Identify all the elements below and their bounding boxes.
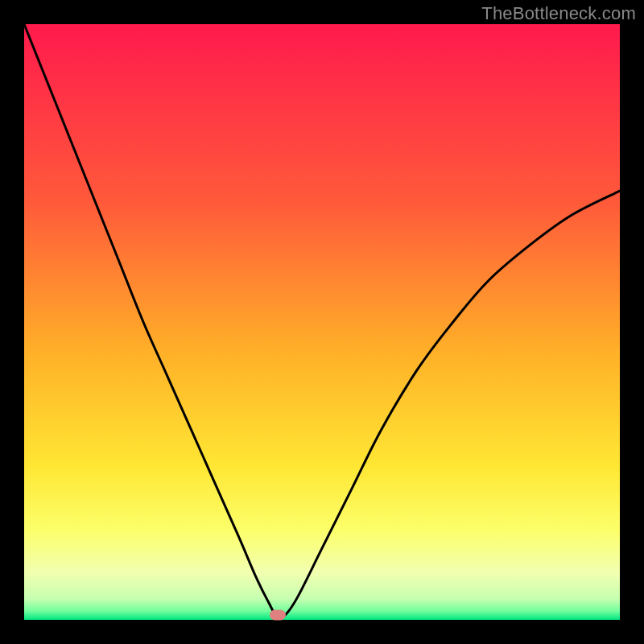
- chart-frame: TheBottleneck.com: [0, 0, 644, 644]
- plot-area: [24, 24, 620, 620]
- watermark-text: TheBottleneck.com: [481, 3, 636, 24]
- bottleneck-curve: [24, 24, 620, 620]
- optimal-marker: [270, 610, 286, 621]
